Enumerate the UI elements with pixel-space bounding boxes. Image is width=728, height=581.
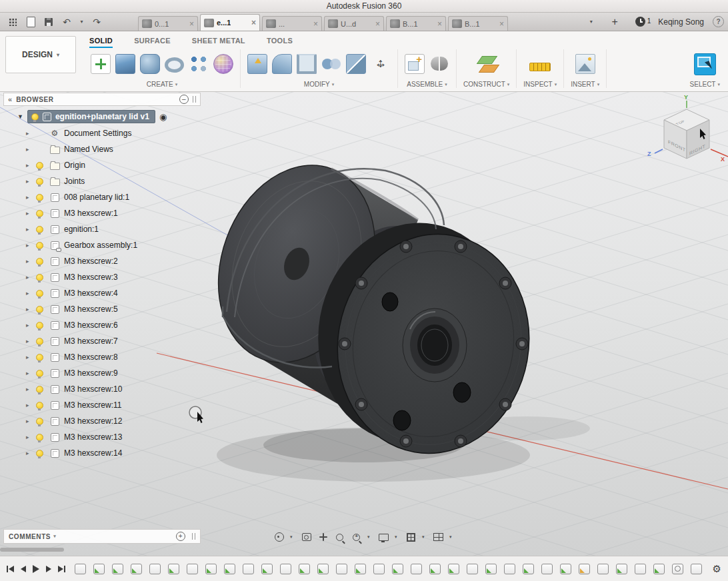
visibility-bulb-icon[interactable] bbox=[36, 162, 43, 169]
document-tab[interactable]: 0...1× bbox=[138, 16, 198, 31]
browser-item[interactable]: ▸Named Views bbox=[3, 141, 203, 157]
disclosure-icon[interactable]: ▸ bbox=[26, 322, 36, 328]
browser-item-label[interactable]: Gearbox assembly:1 bbox=[64, 241, 137, 250]
disclosure-icon[interactable]: ▸ bbox=[26, 418, 36, 424]
browser-item-label[interactable]: Named Views bbox=[64, 145, 113, 154]
canvas-icon[interactable] bbox=[575, 54, 595, 74]
visibility-bulb-icon[interactable] bbox=[36, 194, 43, 201]
browser-item-label[interactable]: M3 hexscrew:7 bbox=[64, 336, 118, 346]
browser-item-label[interactable]: M3 hexscrew:9 bbox=[64, 368, 118, 378]
document-tab[interactable]: U...d× bbox=[324, 16, 384, 31]
disclosure-icon[interactable]: ▸ bbox=[26, 130, 36, 137]
display-caret-icon[interactable]: ▾ bbox=[395, 534, 400, 540]
browser-item[interactable]: ▸M3 hexscrew:12 bbox=[3, 413, 203, 429]
help-button[interactable]: ? bbox=[713, 16, 724, 27]
document-tab[interactable]: ...× bbox=[262, 16, 322, 31]
visibility-bulb-icon[interactable] bbox=[36, 178, 43, 185]
timeline-item-component[interactable] bbox=[411, 564, 422, 574]
disclosure-icon[interactable]: ▸ bbox=[26, 306, 36, 312]
close-icon[interactable]: × bbox=[189, 21, 194, 27]
visibility-bulb-icon[interactable] bbox=[36, 354, 43, 361]
disclosure-icon[interactable]: ▸ bbox=[26, 146, 36, 153]
visibility-bulb-icon[interactable] bbox=[36, 370, 43, 377]
browser-item-label[interactable]: M3 hexscrew:12 bbox=[64, 416, 122, 426]
undo-icon[interactable]: ↶ bbox=[61, 16, 73, 28]
browser-item[interactable]: ▸M3 hexscrew:1 bbox=[3, 205, 203, 221]
app-grid-icon[interactable] bbox=[7, 16, 19, 28]
timeline-item-sketch[interactable] bbox=[205, 564, 217, 574]
disclosure-icon[interactable]: ▸ bbox=[26, 162, 36, 169]
browser-item[interactable]: ▸Joints bbox=[3, 173, 203, 189]
timeline-item-feature[interactable] bbox=[579, 564, 590, 574]
timeline-settings-gear-icon[interactable]: ⚙ bbox=[713, 563, 728, 575]
browser-item[interactable]: ▸egnition:1 bbox=[3, 221, 203, 237]
add-comment-icon[interactable]: + bbox=[176, 532, 185, 541]
close-icon[interactable]: × bbox=[375, 21, 380, 27]
redo-icon[interactable]: ↷ bbox=[91, 16, 103, 28]
close-icon[interactable]: × bbox=[437, 21, 442, 27]
timeline-item-sketch[interactable] bbox=[523, 564, 534, 574]
timeline-item-component[interactable] bbox=[597, 564, 609, 574]
timeline-item-joint[interactable] bbox=[672, 564, 683, 574]
combine-icon[interactable] bbox=[321, 54, 341, 74]
visibility-bulb-icon[interactable] bbox=[36, 322, 43, 329]
browser-item-label[interactable]: egnition:1 bbox=[64, 225, 99, 234]
comments-bar[interactable]: COMMENTS ▾ + bbox=[3, 529, 201, 544]
browser-item-label[interactable]: M3 hexscrew:2 bbox=[64, 257, 118, 266]
disclosure-icon[interactable]: ▸ bbox=[26, 434, 36, 440]
timeline-item-sketch[interactable] bbox=[653, 564, 665, 574]
user-name[interactable]: Keqing Song bbox=[658, 17, 704, 27]
browser-item[interactable]: ▸M3 hexscrew:10 bbox=[3, 381, 203, 397]
timeline-item-component[interactable] bbox=[541, 564, 553, 574]
visibility-bulb-icon[interactable] bbox=[36, 450, 43, 457]
browser-item-label[interactable]: Joints bbox=[64, 177, 85, 186]
timeline-item-sketch[interactable] bbox=[261, 564, 273, 574]
viewports-icon[interactable] bbox=[433, 532, 444, 543]
root-disclosure-icon[interactable]: ▼ bbox=[17, 113, 23, 120]
timeline-item-sketch[interactable] bbox=[355, 564, 366, 574]
panel-minimize-icon[interactable]: – bbox=[179, 95, 189, 104]
step-back-button[interactable] bbox=[21, 566, 26, 572]
timeline-item-sketch[interactable] bbox=[224, 564, 235, 574]
disclosure-icon[interactable]: ▸ bbox=[26, 450, 36, 456]
timeline-item-sketch[interactable] bbox=[392, 564, 403, 574]
skip-start-button[interactable] bbox=[7, 566, 14, 572]
timeline-item-sketch[interactable] bbox=[616, 564, 627, 574]
browser-item-label[interactable]: Document Settings bbox=[64, 129, 131, 138]
timeline-item-sketch[interactable] bbox=[131, 564, 142, 574]
disclosure-icon[interactable]: ▸ bbox=[26, 242, 36, 249]
timeline-item-component[interactable] bbox=[691, 564, 702, 574]
view-cube[interactable]: TOP FRONT RIGHT Y X Z bbox=[647, 94, 728, 163]
browser-item-label[interactable]: M3 hexscrew:8 bbox=[64, 352, 118, 362]
move-icon[interactable]: ↔↕ bbox=[371, 54, 391, 74]
browser-item[interactable]: ▸M3 hexscrew:2 bbox=[3, 253, 203, 269]
visibility-bulb-icon[interactable] bbox=[36, 274, 43, 281]
browser-item[interactable]: ▸M3 hexscrew:5 bbox=[3, 301, 203, 317]
timeline-item-component[interactable] bbox=[187, 564, 198, 574]
revolve-icon[interactable] bbox=[140, 54, 160, 74]
offset-plane-icon[interactable] bbox=[477, 54, 497, 74]
play-button[interactable] bbox=[33, 565, 39, 573]
browser-header[interactable]: « BROWSER – bbox=[3, 93, 201, 106]
ribbon-tab-sheet-metal[interactable]: SHEET METAL bbox=[192, 37, 245, 48]
workspace-switcher[interactable]: DESIGN ▾ bbox=[5, 36, 76, 73]
horizontal-scrollbar-thumb[interactable] bbox=[0, 548, 64, 552]
timeline-item-component[interactable] bbox=[243, 564, 254, 574]
browser-item[interactable]: ▸Gearbox assembly:1 bbox=[3, 237, 203, 253]
new-sketch-icon[interactable] bbox=[91, 54, 111, 74]
visibility-bulb-icon[interactable] bbox=[36, 290, 43, 297]
ribbon-tab-solid[interactable]: SOLID bbox=[89, 37, 113, 48]
orbit-caret-icon[interactable]: ▾ bbox=[290, 534, 295, 540]
fillet-icon[interactable] bbox=[272, 54, 292, 74]
timeline-item-component[interactable] bbox=[504, 564, 515, 574]
browser-root-item[interactable]: ▼ egnition+planetary lid v1 ◉ bbox=[3, 108, 203, 125]
browser-item[interactable]: ▸M3 hexscrew:8 bbox=[3, 349, 203, 365]
timeline-item-sketch[interactable] bbox=[112, 564, 123, 574]
browser-item[interactable]: ▸M3 hexscrew:3 bbox=[3, 269, 203, 285]
coil-icon[interactable] bbox=[213, 54, 233, 74]
timeline-item-sketch[interactable] bbox=[485, 564, 497, 574]
disclosure-icon[interactable]: ▸ bbox=[26, 290, 36, 296]
split-icon[interactable] bbox=[346, 54, 366, 74]
activate-component-icon[interactable]: ◉ bbox=[159, 112, 167, 122]
disclosure-icon[interactable]: ▸ bbox=[26, 178, 36, 185]
